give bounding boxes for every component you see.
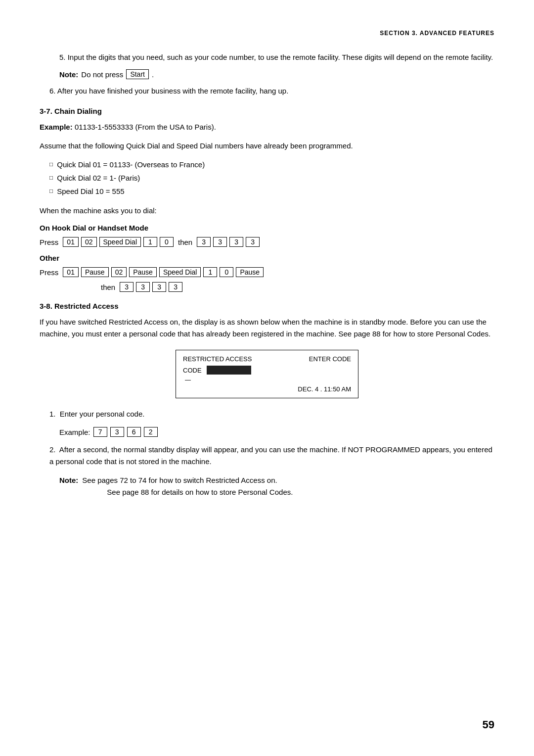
checkbox-item-1: □ Quick Dial 01 = 01133- (Overseas to Fr… <box>49 158 494 171</box>
example-key-6: 6 <box>127 427 141 437</box>
example-key-3: 3 <box>110 427 124 437</box>
on-hook-key-3c: 3 <box>229 237 243 247</box>
example-code-row: Example: 7 3 6 2 <box>59 427 494 437</box>
checkbox-label-2: Quick Dial 02 = 1- (Paris) <box>57 171 140 185</box>
start-key: Start <box>126 69 149 79</box>
step6-text: After you have finished your business wi… <box>57 87 288 95</box>
on-hook-press-row: Press 01 02 Speed Dial 1 0 then 3 3 3 3 <box>40 237 494 247</box>
note2-label: Note: <box>59 474 78 498</box>
note2-lines: See pages 72 to 74 for how to switch Res… <box>82 474 293 498</box>
section-header: SECTION 3. ADVANCED FEATURES <box>40 30 494 37</box>
note1-text: Do not press <box>81 70 123 79</box>
step5-text: Input the digits that you need, such as … <box>68 53 493 61</box>
on-hook-key-02: 02 <box>81 237 97 247</box>
display-code-row: CODE <box>183 366 351 375</box>
display-restricted-access: RESTRICTED ACCESS <box>183 355 252 363</box>
checkbox-label-1: Quick Dial 01 = 01133- (Overseas to Fran… <box>57 158 205 171</box>
section37-heading: 3-7. Chain Dialing <box>40 107 494 115</box>
other-press-label: Press <box>40 268 58 277</box>
other-key-3c: 3 <box>152 282 166 292</box>
note1-label: Note: <box>59 70 78 79</box>
example1-line: Example: 01133-1-5553333 (From the USA t… <box>40 121 494 133</box>
on-hook-key-3a: 3 <box>197 237 211 247</box>
other-key-pause3: Pause <box>236 267 264 277</box>
other-key-02: 02 <box>111 267 127 277</box>
restricted-desc: If you have switched Restricted Access o… <box>40 316 494 340</box>
checkbox-label-3: Speed Dial 10 = 555 <box>57 185 124 198</box>
display-underscore: — <box>185 377 351 383</box>
other-key-pause2: Pause <box>129 267 157 277</box>
display-datetime: DEC. 4 . 11:50 AM <box>298 385 351 393</box>
display-row1: RESTRICTED ACCESS ENTER CODE <box>183 355 351 363</box>
example-key-2: 2 <box>144 427 158 437</box>
on-hook-key-speeddial: Speed Dial <box>99 237 141 247</box>
other-key-01: 01 <box>63 267 79 277</box>
other-key-3a: 3 <box>120 282 134 292</box>
step6-num: 6. <box>49 87 57 95</box>
note2-line2: See page 88 for details on how to store … <box>107 486 293 498</box>
on-hook-heading: On Hook Dial or Handset Mode <box>40 224 494 232</box>
checkbox-icon-1: □ <box>49 159 53 170</box>
section-header-text: SECTION 3. ADVANCED FEATURES <box>380 30 494 37</box>
other-key-0: 0 <box>220 267 233 277</box>
on-hook-then-label: then <box>178 238 192 246</box>
checkbox-list: □ Quick Dial 01 = 01133- (Overseas to Fr… <box>49 158 494 198</box>
other-key-speeddial: Speed Dial <box>159 267 201 277</box>
other-then-row: then 3 3 3 3 <box>99 282 494 292</box>
other-then-label: then <box>101 283 115 291</box>
enter-code-step: 1. Enter your personal code. <box>49 408 494 420</box>
assume-text: Assume that the following Quick Dial and… <box>40 140 494 152</box>
example-code-label: Example: <box>59 428 90 436</box>
example-key-7: 7 <box>93 427 107 437</box>
on-hook-key-01: 01 <box>63 237 79 247</box>
other-key-3b: 3 <box>136 282 150 292</box>
enter-code-num: 1. <box>49 410 56 418</box>
page-number: 59 <box>483 718 494 731</box>
step5-block: 5. Input the digits that you need, such … <box>59 51 494 63</box>
on-hook-key-3d: 3 <box>246 237 260 247</box>
checkbox-icon-3: □ <box>49 186 53 197</box>
display-code-block <box>207 366 251 375</box>
step6-block: 6. After you have finished your business… <box>49 85 494 97</box>
display-box: RESTRICTED ACCESS ENTER CODE CODE — DEC.… <box>176 350 358 398</box>
other-key-pause1: Pause <box>81 267 109 277</box>
step2-text: After a second, the normal standby displ… <box>49 445 492 466</box>
on-hook-key-3b: 3 <box>213 237 227 247</box>
note1-period: . <box>152 70 154 79</box>
example1-value: 01133-1-5553333 (From the USA to Paris). <box>75 123 216 131</box>
checkbox-item-3: □ Speed Dial 10 = 555 <box>49 185 494 198</box>
on-hook-key-0: 0 <box>160 237 174 247</box>
display-enter-code: ENTER CODE <box>309 355 351 363</box>
other-key-1: 1 <box>203 267 217 277</box>
display-bottom-row: DEC. 4 . 11:50 AM <box>183 385 351 393</box>
when-text: When the machine asks you to dial: <box>40 205 494 217</box>
checkbox-item-2: □ Quick Dial 02 = 1- (Paris) <box>49 171 494 185</box>
checkbox-icon-2: □ <box>49 173 53 184</box>
on-hook-press-label: Press <box>40 238 58 246</box>
other-key-3d: 3 <box>169 282 182 292</box>
step2-block: 2. After a second, the normal standby di… <box>49 444 494 468</box>
enter-code-text: Enter your personal code. <box>60 410 145 418</box>
display-code-label: CODE <box>183 367 202 374</box>
step5-num: 5. <box>59 53 68 61</box>
example1-label: Example: <box>40 123 73 131</box>
on-hook-key-1: 1 <box>143 237 157 247</box>
note2-inner: Note: See pages 72 to 74 for how to swit… <box>59 474 494 498</box>
note1-line: Note: Do not press Start . <box>59 69 494 79</box>
other-heading: Other <box>40 254 494 262</box>
step2-num: 2. <box>49 445 56 454</box>
other-press-row: Press 01 Pause 02 Pause Speed Dial 1 0 P… <box>40 267 494 277</box>
note2-block: Note: See pages 72 to 74 for how to swit… <box>59 474 494 498</box>
note2-line1: See pages 72 to 74 for how to switch Res… <box>82 474 293 486</box>
section38-heading: 3-8. Restricted Access <box>40 302 494 310</box>
